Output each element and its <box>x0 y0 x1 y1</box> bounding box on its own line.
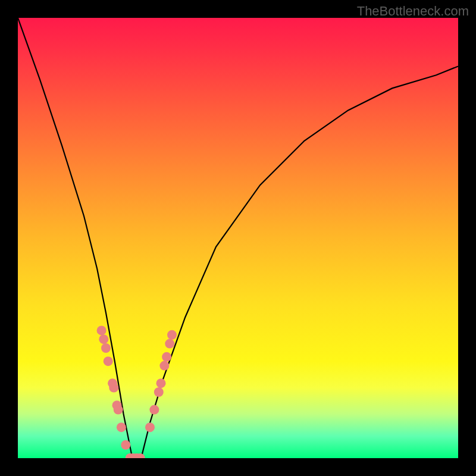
data-marker <box>97 325 107 335</box>
data-marker <box>159 361 169 371</box>
data-marker <box>101 343 111 353</box>
data-marker <box>121 440 130 450</box>
data-marker <box>154 387 164 397</box>
data-marker <box>114 405 123 415</box>
data-marker <box>149 405 159 415</box>
data-marker <box>167 330 177 340</box>
chart-plot-area <box>18 18 458 458</box>
data-marker <box>104 356 113 366</box>
data-markers <box>97 325 177 458</box>
bottleneck-curve <box>18 18 458 458</box>
data-marker <box>117 422 126 432</box>
data-marker <box>156 378 166 388</box>
watermark-text: TheBottleneck.com <box>357 4 469 19</box>
data-marker <box>109 383 118 393</box>
data-marker <box>162 352 171 362</box>
chart-svg <box>18 18 458 458</box>
data-marker <box>165 339 174 349</box>
data-marker <box>145 422 155 432</box>
data-marker <box>99 334 108 344</box>
